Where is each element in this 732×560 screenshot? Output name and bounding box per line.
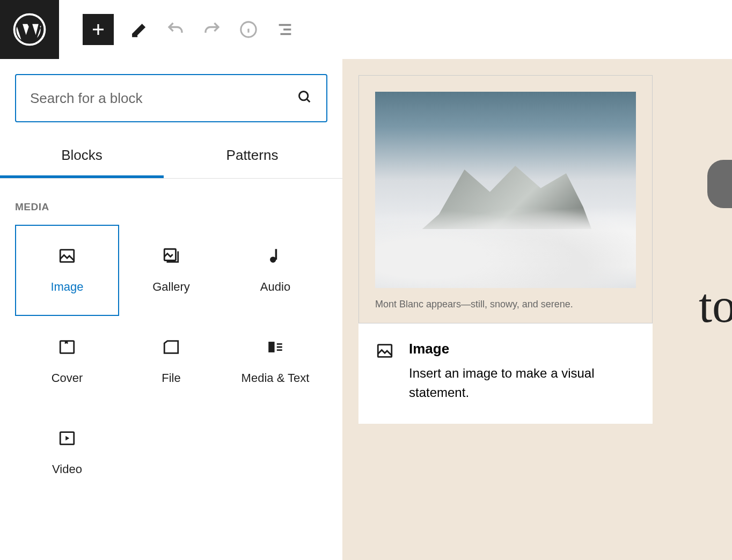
block-inserter: Blocks Patterns MEDIA Image Gallery — [0, 59, 342, 560]
preview-pane: to Mont Blanc appears—still, snowy, and … — [342, 59, 732, 560]
block-label: Cover — [52, 371, 83, 385]
media-text-icon — [266, 338, 284, 356]
info-icon — [239, 20, 258, 39]
search-wrap — [0, 59, 342, 135]
topbar — [0, 0, 732, 59]
search-icon — [297, 90, 312, 107]
bg-text: to — [699, 278, 732, 333]
gallery-icon — [162, 247, 180, 265]
tab-blocks[interactable]: Blocks — [0, 135, 164, 178]
svg-point-2 — [299, 92, 308, 100]
block-grid: Image Gallery Audio Cover — [0, 225, 342, 498]
plus-icon — [90, 21, 106, 38]
section-title-media: MEDIA — [0, 179, 342, 225]
block-label: Audio — [260, 280, 290, 294]
search-input[interactable] — [30, 90, 297, 107]
block-label: Image — [50, 280, 83, 294]
block-label: Gallery — [152, 280, 190, 294]
block-audio[interactable]: Audio — [223, 225, 327, 316]
wordpress-icon — [13, 13, 46, 46]
block-media-text[interactable]: Media & Text — [223, 316, 327, 407]
undo-icon — [166, 20, 185, 39]
tools-button[interactable] — [128, 18, 150, 41]
block-file[interactable]: File — [119, 316, 223, 407]
search-box[interactable] — [15, 74, 327, 122]
redo-icon — [202, 20, 222, 39]
preview-caption: Mont Blanc appears—still, snowy, and ser… — [375, 288, 636, 323]
tabs: Blocks Patterns — [0, 135, 342, 179]
tab-patterns[interactable]: Patterns — [164, 135, 341, 178]
cover-icon — [58, 338, 76, 356]
block-label: Video — [52, 462, 82, 476]
add-block-button[interactable] — [83, 14, 114, 45]
preview-image — [375, 92, 636, 288]
file-icon — [162, 338, 180, 356]
info-title: Image — [409, 341, 635, 357]
audio-icon — [266, 247, 284, 265]
wordpress-logo[interactable] — [0, 0, 59, 59]
block-label: Media & Text — [241, 371, 310, 385]
image-icon — [58, 247, 76, 265]
info-description: Insert an image to make a visual stateme… — [409, 364, 635, 402]
details-button[interactable] — [237, 18, 260, 41]
undo-button[interactable] — [164, 18, 187, 41]
image-icon — [376, 342, 394, 360]
video-icon — [58, 429, 76, 447]
block-label: File — [162, 371, 180, 385]
outline-button[interactable] — [274, 18, 296, 41]
bg-decoration — [707, 160, 732, 208]
preview-card: Mont Blanc appears—still, snowy, and ser… — [358, 75, 653, 323]
redo-button[interactable] — [201, 18, 223, 41]
main: Blocks Patterns MEDIA Image Gallery — [0, 59, 732, 560]
block-image[interactable]: Image — [15, 225, 119, 316]
block-gallery[interactable]: Gallery — [119, 225, 223, 316]
svg-rect-7 — [268, 342, 274, 352]
block-video[interactable]: Video — [15, 407, 119, 498]
pencil-icon — [130, 20, 148, 39]
block-cover[interactable]: Cover — [15, 316, 119, 407]
block-info-card: Image Insert an image to make a visual s… — [358, 323, 653, 424]
list-icon — [276, 20, 294, 39]
toolbar — [59, 14, 296, 45]
